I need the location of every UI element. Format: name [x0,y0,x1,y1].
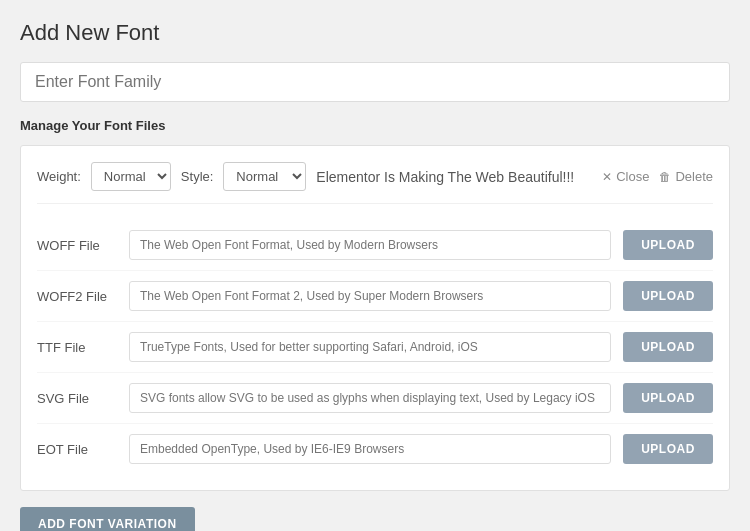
upload-button[interactable]: UPLOAD [623,230,713,260]
file-row: EOT FileUPLOAD [37,424,713,474]
upload-button[interactable]: UPLOAD [623,332,713,362]
delete-label: Delete [675,169,713,184]
weight-select[interactable]: Normal 100 200 300 400 500 600 700 800 9… [91,162,171,191]
file-row: WOFF FileUPLOAD [37,220,713,271]
file-path-input[interactable] [129,383,611,413]
section-label: Manage Your Font Files [20,118,730,133]
file-path-input[interactable] [129,434,611,464]
trash-icon: 🗑 [659,170,671,184]
file-path-input[interactable] [129,332,611,362]
file-path-input[interactable] [129,230,611,260]
file-row: SVG FileUPLOAD [37,373,713,424]
add-variation-button[interactable]: ADD FONT VARIATION [20,507,195,531]
style-label: Style: [181,169,214,184]
page-title: Add New Font [20,20,730,46]
upload-button[interactable]: UPLOAD [623,383,713,413]
file-label: WOFF2 File [37,289,117,304]
upload-button[interactable]: UPLOAD [623,434,713,464]
close-button[interactable]: ✕ Close [602,169,649,184]
preview-text: Elementor Is Making The Web Beautiful!!! [316,169,592,185]
weight-label: Weight: [37,169,81,184]
font-files-panel: Weight: Normal 100 200 300 400 500 600 7… [20,145,730,491]
style-select[interactable]: Normal Italic Oblique [223,162,306,191]
delete-button[interactable]: 🗑 Delete [659,169,713,184]
file-label: WOFF File [37,238,117,253]
close-label: Close [616,169,649,184]
variation-header: Weight: Normal 100 200 300 400 500 600 7… [37,162,713,204]
font-family-input[interactable] [20,62,730,102]
file-row: TTF FileUPLOAD [37,322,713,373]
file-label: EOT File [37,442,117,457]
upload-button[interactable]: UPLOAD [623,281,713,311]
file-label: TTF File [37,340,117,355]
file-path-input[interactable] [129,281,611,311]
file-rows-container: WOFF FileUPLOADWOFF2 FileUPLOADTTF FileU… [37,220,713,474]
close-icon: ✕ [602,170,612,184]
file-row: WOFF2 FileUPLOAD [37,271,713,322]
file-label: SVG File [37,391,117,406]
